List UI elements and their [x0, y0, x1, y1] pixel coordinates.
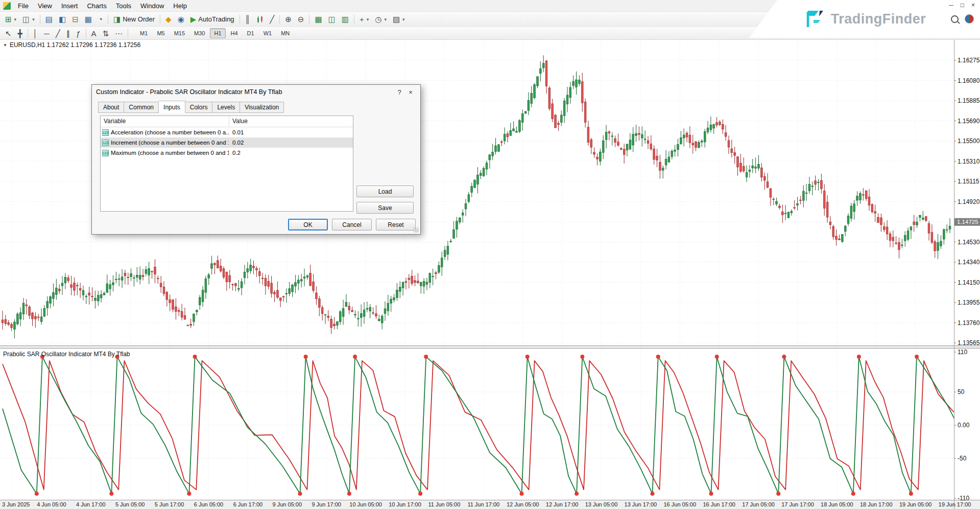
account-avatar[interactable]	[965, 14, 974, 24]
arrows-tool[interactable]: ⇅	[100, 28, 112, 39]
arrange-windows-icon: ▥	[342, 15, 349, 23]
text-tool[interactable]: A	[89, 28, 99, 39]
tab-colors[interactable]: Colors	[185, 102, 213, 113]
tab-levels[interactable]: Levels	[212, 102, 240, 113]
column-value[interactable]: Value	[229, 116, 353, 127]
tile-windows-button[interactable]: ▦	[312, 14, 324, 25]
menu-window[interactable]: Window	[136, 1, 169, 11]
cascade-windows-button[interactable]: ◫	[326, 14, 338, 25]
more-tools-button[interactable]: ⋯	[112, 28, 125, 39]
dialog-title-bar[interactable]: Custom Indicator - Prabolic SAR Oscillat…	[92, 85, 420, 99]
fibonacci-tool-icon: ƒ	[76, 30, 80, 37]
reset-button[interactable]: Reset	[376, 219, 416, 230]
tradingfinder-watermark: TradingFinder	[749, 0, 980, 38]
indicators-button[interactable]: +▾	[357, 14, 371, 25]
navigator-icon: ⊟	[72, 15, 79, 23]
load-button[interactable]: Load	[356, 186, 414, 197]
terminal-button[interactable]: ▦	[82, 14, 94, 25]
parameter-label: Maximum (choose a number between 0 and 1…	[111, 150, 229, 156]
close-button[interactable]: ×	[971, 2, 975, 9]
cancel-button[interactable]: Cancel	[332, 219, 372, 230]
app-icon[interactable]	[3, 2, 11, 10]
parameter-value[interactable]: 0.2	[229, 150, 353, 156]
sar-dot	[353, 355, 357, 359]
search-icon[interactable]	[951, 15, 959, 23]
tab-about[interactable]: About	[98, 102, 124, 113]
maximize-button[interactable]: □	[961, 2, 964, 9]
timeframe-H4[interactable]: H4	[227, 28, 242, 38]
timeframe-D1[interactable]: D1	[243, 28, 258, 38]
channel-tool[interactable]: ∥	[64, 28, 73, 39]
dialog-help-button[interactable]: ?	[394, 88, 405, 96]
new-order-button[interactable]: ◨New Order	[111, 14, 157, 25]
price-axis-label: 1.14150	[958, 279, 980, 286]
templates-icon: ▨	[393, 15, 400, 23]
menu-charts[interactable]: Charts	[82, 1, 111, 11]
sar-dot	[298, 492, 302, 496]
crosshair-tool[interactable]: ╋	[15, 28, 25, 39]
dialog-resize-grip[interactable]	[413, 227, 419, 233]
tab-common[interactable]: Common	[124, 102, 159, 113]
bar-chart-type-button[interactable]: ║	[243, 14, 253, 25]
zoom-in-button[interactable]: ⊕	[282, 14, 294, 25]
ok-button[interactable]: OK	[288, 219, 328, 230]
menu-file[interactable]: File	[13, 1, 33, 11]
parameter-row[interactable]: 123Maximum (choose a number between 0 an…	[101, 148, 353, 158]
timeframe-M30[interactable]: M30	[190, 28, 209, 38]
save-button[interactable]: Save	[356, 202, 414, 214]
minimize-button[interactable]: ─	[949, 2, 953, 9]
menu-view[interactable]: View	[33, 1, 57, 11]
templates-button[interactable]: ▨▾	[390, 14, 408, 25]
parameter-value[interactable]: 0.01	[229, 129, 353, 135]
toolbar-separator	[86, 29, 86, 38]
chart-collapse-icon[interactable]: ▼	[3, 43, 7, 48]
candlestick-type-button[interactable]	[254, 14, 266, 25]
sar-dot	[525, 355, 530, 359]
parameter-value[interactable]: 0.02	[229, 140, 353, 146]
price-axis-label: 1.15310	[958, 158, 980, 165]
column-variable[interactable]: Variable	[101, 116, 229, 127]
tab-visualization[interactable]: Visualization	[240, 102, 284, 113]
chart-profiles-icon: ◫	[22, 15, 30, 23]
strategy-tester-icon: ◔	[98, 15, 103, 23]
zoom-out-button[interactable]: ⊖	[295, 14, 307, 25]
horizontal-line-tool[interactable]: ─	[41, 28, 52, 39]
data-window-button[interactable]: ◧	[56, 14, 68, 25]
fibonacci-tool[interactable]: ƒ	[74, 28, 83, 39]
timeframe-M5[interactable]: M5	[153, 28, 169, 38]
market-watch-icon: ▤	[45, 15, 53, 23]
vertical-line-tool[interactable]: │	[31, 28, 40, 39]
timeframe-W1[interactable]: W1	[259, 28, 276, 38]
parameter-name: 123Maximum (choose a number between 0 an…	[101, 150, 229, 156]
tab-inputs[interactable]: Inputs	[159, 101, 185, 113]
periods-button[interactable]: ◷▾	[372, 14, 389, 25]
new-chart-button[interactable]: ⊞▾	[3, 14, 19, 25]
trendline-tool[interactable]: ╱	[53, 28, 63, 39]
parameter-name: 123Increment (choose a number between 0 …	[101, 140, 229, 146]
menu-tools[interactable]: Tools	[111, 1, 136, 11]
sar-dot	[347, 492, 351, 496]
market-watch-button[interactable]: ▤	[43, 14, 55, 25]
timeframe-M1[interactable]: M1	[136, 28, 152, 38]
line-chart-type-button[interactable]: ╱	[267, 14, 277, 25]
community-icon: ◉	[178, 15, 184, 23]
timeframe-MN[interactable]: MN	[277, 28, 294, 38]
cursor-tool-icon: ↖	[5, 30, 12, 37]
strategy-tester-button[interactable]: ◔	[95, 14, 105, 25]
chart-profiles-button[interactable]: ◫▾	[20, 14, 37, 25]
timeframe-M15[interactable]: M15	[170, 28, 189, 38]
cursor-tool[interactable]: ↖	[3, 28, 14, 39]
navigator-button[interactable]: ⊟	[69, 14, 81, 25]
arrange-windows-button[interactable]: ▥	[339, 14, 351, 25]
dialog-close-button[interactable]: ×	[405, 88, 416, 96]
dropdown-arrow-icon: ▾	[367, 17, 369, 22]
menu-insert[interactable]: Insert	[57, 1, 83, 11]
community-button[interactable]: ◉	[175, 14, 187, 25]
metaeditor-button[interactable]: ◆	[163, 14, 174, 25]
parameter-row[interactable]: 123Increment (choose a number between 0 …	[101, 137, 353, 148]
toolbar-separator	[309, 15, 309, 24]
parameter-row[interactable]: 123Acceleration (choose a number between…	[101, 127, 353, 137]
timeframe-H1[interactable]: H1	[210, 28, 225, 38]
menu-help[interactable]: Help	[169, 1, 192, 11]
autotrading-button[interactable]: ▶AutoTrading	[188, 14, 237, 25]
